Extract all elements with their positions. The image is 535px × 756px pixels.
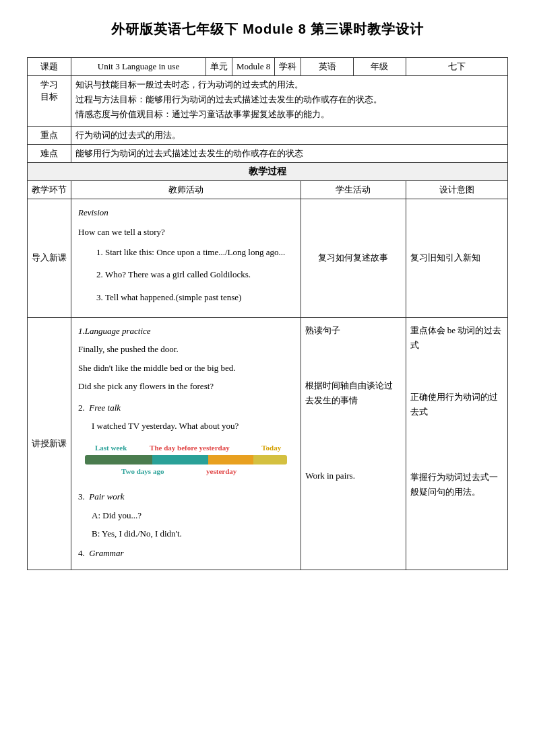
section-header-row: 教学过程 xyxy=(28,163,508,181)
s2-design1: 重点体会 be 动词的过去式 xyxy=(410,323,503,353)
s1-item3: Tell what happened.(simple past tense) xyxy=(105,289,294,305)
mubiao-row: 学习目标 知识与技能目标一般过去时态，行为动词的过去式的用法。 过程与方法目标：… xyxy=(28,76,508,127)
section1-student: 复习如何复述故事 xyxy=(301,199,406,318)
s2-intro: 1.Language practice xyxy=(78,323,294,339)
mubiao-line2: 过程与方法目标：能够用行为动词的过去式描述过去发生的动作或存在的状态。 xyxy=(75,94,503,106)
col-header-row: 教学环节 教师活动 学生活动 设计意图 xyxy=(28,181,508,199)
s2-freetalk-num: 2. xyxy=(78,403,85,413)
section1-label: 导入新课 xyxy=(28,199,71,318)
s2-student1: 熟读句子 xyxy=(305,323,401,338)
tl-seg1 xyxy=(85,455,152,465)
keti-row: 课题 Unit 3 Language in use 单元 Module 8 学科… xyxy=(28,58,508,76)
section-header: 教学过程 xyxy=(28,163,508,181)
tl-twodays-label: Two days ago xyxy=(121,465,164,479)
mubiao-label-text: 学习目标 xyxy=(40,79,58,102)
tl-seg2 xyxy=(152,455,208,465)
s2-pairwork-num: 3. xyxy=(78,491,85,502)
section1-teacher: Revision How can we tell a story? Start … xyxy=(71,199,301,318)
s2-pair-a: A: Did you...? xyxy=(92,508,294,523)
mubiao-line3: 情感态度与价值观目标：通过学习童话故事掌握复述故事的能力。 xyxy=(75,108,503,121)
section2-label: 讲授新课 xyxy=(28,317,71,570)
s2-grammar-num: 4. xyxy=(78,548,85,558)
s1-item2: Who? There was a girl called Goldilocks. xyxy=(105,267,294,282)
timeline: Last week The day before yesterday Today… xyxy=(85,440,287,479)
section2-teacher: 1.Language practice Finally, she pushed … xyxy=(71,317,301,570)
danyuan-value: Module 8 xyxy=(232,58,275,76)
nandian-row: 难点 能够用行为动词的过去式描述过去发生的动作或存在的状态 xyxy=(28,145,508,163)
zhongdian-row: 重点 行为动词的过去式的用法。 xyxy=(28,127,508,145)
s1-howcan: How can we tell a story? xyxy=(78,224,294,240)
s1-list: Start like this: Once upon a time.../Lon… xyxy=(105,244,294,305)
s2-pairwork: 3. Pair work xyxy=(78,489,294,504)
tl-seg3 xyxy=(208,455,253,465)
nandian-value: 能够用行为动词的过去式描述过去发生的动作或存在的状态 xyxy=(71,145,508,163)
s2-freetalk: 2. Free talk xyxy=(78,400,294,415)
page-title: 外研版英语七年级下 Module 8 第三课时教学设计 xyxy=(27,20,508,38)
mubiao-content: 知识与技能目标一般过去时态，行为动词的过去式的用法。 过程与方法目标：能够用行为… xyxy=(71,76,508,127)
zhongdian-value: 行为动词的过去式的用法。 xyxy=(71,127,508,145)
tl-yesterday-label: yesterday xyxy=(206,465,237,479)
section1-design: 复习旧知引入新知 xyxy=(406,199,507,318)
zhongdian-label: 重点 xyxy=(28,127,71,145)
s2-pairwork-label: Pair work xyxy=(89,491,124,502)
nianji-value: 七下 xyxy=(406,58,507,76)
mubiao-label: 学习目标 xyxy=(28,76,71,127)
main-table: 课题 Unit 3 Language in use 单元 Module 8 学科… xyxy=(27,57,508,570)
section2-student: 熟读句子 根据时间轴自由谈论过去发生的事情 Work in pairs. xyxy=(301,317,406,570)
section1-row: 导入新课 Revision How can we tell a story? S… xyxy=(28,199,508,318)
s2-pair-b: B: Yes, I did./No, I didn't. xyxy=(92,526,294,541)
s2-student3: Work in pairs. xyxy=(305,469,401,483)
col-sheji: 设计意图 xyxy=(406,181,507,199)
danyuan-label: 单元 xyxy=(206,58,232,76)
s2-line2: She didn't like the middle bed or the bi… xyxy=(78,360,294,376)
tl-seg4 xyxy=(253,455,287,465)
section2-row: 讲授新课 1.Language practice Finally, she pu… xyxy=(28,317,508,570)
keti-value: Unit 3 Language in use xyxy=(71,58,206,76)
tl-daybefore-label: The day before yesterday xyxy=(150,442,230,455)
s2-design3: 掌握行为动词过去式一般疑问句的用法。 xyxy=(410,470,503,500)
s2-student2: 根据时间轴自由谈论过去发生的事情 xyxy=(305,378,401,408)
s2-line1: Finally, she pushed the door. xyxy=(78,341,294,357)
xueke-value: 英语 xyxy=(301,58,354,76)
s1-revision: Revision xyxy=(78,205,294,220)
s2-grammar-label: Grammar xyxy=(89,548,123,558)
s2-design2: 正确使用行为动词的过去式 xyxy=(410,390,503,419)
nandian-label: 难点 xyxy=(28,145,71,163)
tl-bar xyxy=(85,455,287,465)
s2-grammar: 4. Grammar xyxy=(78,545,294,561)
xueke-label: 学科 xyxy=(275,58,301,76)
s2-freetalk-line: I watched TV yesterday. What about you? xyxy=(92,418,294,434)
s2-line3: Did she pick any flowers in the forest? xyxy=(78,378,294,394)
col-huanjie: 教学环节 xyxy=(28,181,71,199)
mubiao-line1: 知识与技能目标一般过去时态，行为动词的过去式的用法。 xyxy=(75,79,503,91)
s2-freetalk-label: Free talk xyxy=(89,403,121,413)
tl-lastweek-label: Last week xyxy=(95,442,127,455)
nianji-label: 年级 xyxy=(353,58,406,76)
tl-today-label: Today xyxy=(261,442,281,455)
col-huodong: 教师活动 xyxy=(71,181,301,199)
section2-design: 重点体会 be 动词的过去式 正确使用行为动词的过去式 掌握行为动词过去式一般疑… xyxy=(406,317,507,570)
col-xuesheng: 学生活动 xyxy=(301,181,406,199)
keti-label: 课题 xyxy=(28,58,71,76)
s1-item1: Start like this: Once upon a time.../Lon… xyxy=(105,244,294,260)
